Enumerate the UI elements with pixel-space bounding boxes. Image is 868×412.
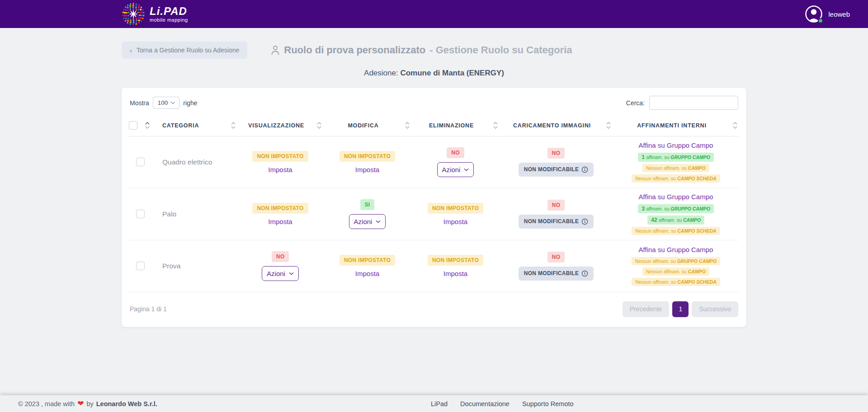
info-icon[interactable] [581,270,588,277]
affina-link[interactable]: Affina su Gruppo Campo [639,246,713,253]
affina-link[interactable]: Affina su Gruppo Campo [639,193,713,201]
pagination: Pagina 1 di 1 Precedente 1 Successivo [129,292,739,319]
affinamento-badge: Nessun affinam. su CAMPO [642,267,709,276]
table-card: Mostra 100 righe Cerca: [122,88,746,327]
sort-arrows[interactable] [604,122,613,129]
status-badge: NON IMPOSTATO [428,255,483,266]
affinamento-badge: Nessun affinam. su CAMPO [642,164,709,172]
user-menu[interactable]: leoweb [805,5,850,23]
page-head: ‹ Torna a Gestione Ruolo su Adesione Ruo… [122,42,746,59]
azioni-dropdown[interactable]: Azioni [262,266,299,281]
person-icon [271,45,280,55]
imposta-link[interactable]: Imposta [355,166,379,173]
app-footer: © 2023 , made with ❤ by Leonardo Web S.r… [0,395,868,412]
status-badge: NO [547,200,565,211]
footer-link-supporto-remoto[interactable]: Supporto Remoto [522,400,574,407]
imposta-link[interactable]: Imposta [443,218,467,225]
azioni-label: Azioni [267,270,285,277]
category-name: Quadro elettrico [162,158,212,166]
azioni-dropdown[interactable]: Azioni [437,162,474,177]
row-checkbox[interactable] [136,158,145,166]
imposta-link[interactable]: Imposta [268,218,292,225]
page-title-suffix: - Gestione Ruolo su Categoria [429,44,572,56]
header-select-all [129,115,151,136]
roles-table: CATEGORIA VISUALIZZAZIONE [129,115,739,292]
app-logo[interactable]: Li.PAD mobile mapping [122,2,188,26]
avatar [805,5,823,23]
affinamento-badge: 3 affinam. su GRUPPO CAMPO [638,204,714,213]
next-page-button[interactable]: Successivo [692,301,738,317]
back-button[interactable]: ‹ Torna a Gestione Ruolo su Adesione [122,42,247,59]
username: leoweb [828,10,850,18]
logo-title: Li.PAD [150,6,188,17]
back-button-label: Torna a Gestione Ruolo su Adesione [137,47,239,54]
adesione-subtitle: Adesione: Comune di Manta (ENERGY) [122,69,746,78]
sort-arrows[interactable] [143,122,151,129]
status-badge: NO [547,148,565,159]
non-modificabile-badge: NON MODIFICABILE [519,267,594,281]
page-title: Ruolo di prova personalizzato - Gestione… [271,44,572,56]
header-categoria: CATEGORIA [151,115,237,136]
affina-link[interactable]: Affina su Gruppo Campo [639,141,713,149]
header-visualizzazione: VISUALIZZAZIONE [237,115,323,136]
table-row: Palo NON IMPOSTATO Imposta SI Azioni NON… [129,188,739,240]
status-badge: NON IMPOSTATO [252,203,308,214]
logo-subtitle: mobile mapping [150,18,188,23]
select-all-checkbox[interactable] [129,121,137,130]
logo-burst-icon [122,2,145,26]
header-eliminazione: ELIMINAZIONE [411,115,500,136]
category-name: Palo [162,210,176,218]
search-group: Cerca: [626,96,738,110]
page-size-value: 100 [158,99,168,106]
status-badge: NO [547,252,565,262]
table-controls: Mostra 100 righe Cerca: [129,94,739,115]
info-icon[interactable] [581,218,588,225]
azioni-label: Azioni [442,166,461,173]
rows-label: righe [183,99,197,107]
show-label: Mostra [130,99,149,107]
heart-icon: ❤ [77,400,84,407]
category-name: Prova [162,262,181,270]
status-badge: NON IMPOSTATO [340,255,395,266]
table-header-row: CATEGORIA VISUALIZZAZIONE [129,115,739,136]
page-size-select[interactable]: 100 [153,97,180,109]
footer-links: LiPad Documentazione Supporto Remoto [431,400,574,407]
affinamento-badge: Nessun affinam. su GRUPPO CAMPO [632,257,720,265]
sort-arrows[interactable] [403,122,411,129]
search-input[interactable] [649,96,738,110]
adesione-value: Comune di Manta (ENERGY) [400,69,504,77]
chevron-down-icon [376,220,381,223]
table-row: Quadro elettrico NON IMPOSTATO Imposta N… [129,136,739,188]
adesione-label: Adesione: [364,69,398,77]
logo-text: Li.PAD mobile mapping [150,6,188,23]
chevron-down-icon [464,168,469,171]
row-checkbox[interactable] [136,210,145,218]
imposta-link[interactable]: Imposta [443,270,467,277]
pagination-info: Pagina 1 di 1 [130,305,167,313]
azioni-dropdown[interactable]: Azioni [349,214,386,229]
status-badge: NO [272,251,289,262]
footer-link-documentazione[interactable]: Documentazione [460,400,509,407]
azioni-label: Azioni [354,218,373,225]
sort-arrows[interactable] [491,122,500,129]
page-1-button[interactable]: 1 [672,301,689,317]
imposta-link[interactable]: Imposta [268,166,292,173]
footer-link-lipad[interactable]: LiPad [431,400,448,407]
non-modificabile-badge: NON MODIFICABILE [519,163,594,177]
header-modifica: MODIFICA [323,115,411,136]
affinamento-badge: 42 affinam. su CAMPO [647,215,704,225]
sort-arrows[interactable] [229,122,237,129]
previous-page-button[interactable]: Precedente [623,301,670,317]
copyright: © 2023 , made with ❤ by Leonardo Web S.r… [18,400,157,407]
non-modificabile-badge: NON MODIFICABILE [519,215,594,229]
role-name: Ruolo di prova personalizzato [284,44,425,56]
row-checkbox[interactable] [136,262,145,270]
affinamento-badge: Nessun affinam. su CAMPO SCHEDA [632,278,720,286]
status-badge: SI [360,199,375,210]
sort-arrows[interactable] [315,122,323,129]
info-icon[interactable] [581,166,588,173]
status-badge: NON IMPOSTATO [252,151,308,162]
imposta-link[interactable]: Imposta [355,270,379,277]
sort-arrows[interactable] [731,122,739,129]
affinamento-badge: Nessun affinam. su CAMPO SCHEDA [632,174,720,183]
